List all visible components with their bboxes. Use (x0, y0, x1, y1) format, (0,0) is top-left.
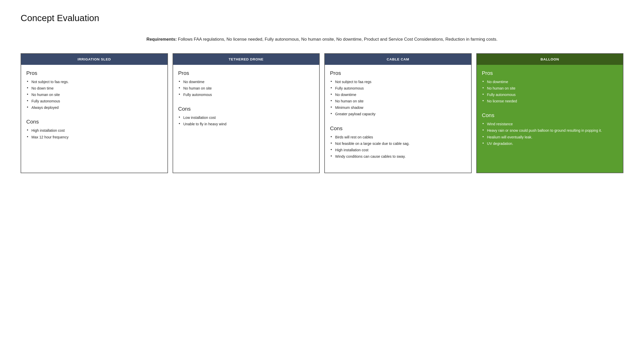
list-item: No downtime (178, 79, 314, 85)
list-item: No human on site (178, 85, 314, 92)
cons-section-balloon: ConsWind resistanceHeavy rain or snow co… (482, 112, 618, 147)
list-item: Birds will rest on cables (330, 134, 466, 140)
cons-section-irrigation-sled: ConsHigh installation costMax 12 hour fr… (26, 119, 162, 140)
pros-title-irrigation-sled: Pros (26, 70, 162, 76)
cons-list-balloon: Wind resistanceHeavy rain or snow could … (482, 121, 618, 147)
list-item: Healium will eventually leak. (482, 134, 618, 140)
card-body-balloon: ProsNo downtimeNo human on siteFully aut… (477, 65, 623, 173)
card-tethered-drone: TETHERED DRONEProsNo downtimeNo human on… (173, 53, 320, 173)
pros-title-cable-cam: Pros (330, 70, 466, 76)
card-balloon: BALLOONProsNo downtimeNo human on siteFu… (476, 53, 624, 173)
cons-title-cable-cam: Cons (330, 125, 466, 131)
card-cable-cam: CABLE CAMProsNot subject to faa regsFull… (324, 53, 472, 173)
card-body-tethered-drone: ProsNo downtimeNo human on siteFully aut… (173, 65, 319, 173)
list-item: Not subject to faa regs. (26, 79, 162, 85)
cons-section-cable-cam: ConsBirds will rest on cablesNot feasibl… (330, 125, 466, 160)
list-item: Wind resistance (482, 121, 618, 127)
card-header-cable-cam: CABLE CAM (325, 54, 471, 65)
cons-title-irrigation-sled: Cons (26, 119, 162, 125)
list-item: Windy conditions can cause cables to swa… (330, 153, 466, 160)
card-header-tethered-drone: TETHERED DRONE (173, 54, 319, 65)
requirements-text: Requirements: Follows FAA regulations, N… (21, 36, 623, 43)
list-item: Not feasible on a large scale due to cab… (330, 140, 466, 147)
pros-title-balloon: Pros (482, 70, 618, 76)
list-item: High installation cost (26, 127, 162, 134)
cons-list-cable-cam: Birds will rest on cablesNot feasible on… (330, 134, 466, 160)
cards-container: IRRIGATION SLEDProsNot subject to faa re… (21, 53, 623, 173)
list-item: UV degradation. (482, 140, 618, 147)
page-title: Concept Evaluation (21, 13, 623, 23)
pros-list-irrigation-sled: Not subject to faa regs.No down timeNo h… (26, 79, 162, 111)
cons-section-tethered-drone: ConsLow installation costUnable to fly i… (178, 106, 314, 127)
list-item: No human on site (26, 92, 162, 98)
pros-list-cable-cam: Not subject to faa regsFully autonomousN… (330, 79, 466, 118)
cons-list-tethered-drone: Low installation costUnable to fly in he… (178, 114, 314, 127)
list-item: High installation cost (330, 147, 466, 153)
list-item: Fully autonomous (330, 85, 466, 92)
card-irrigation-sled: IRRIGATION SLEDProsNot subject to faa re… (21, 53, 168, 173)
card-body-irrigation-sled: ProsNot subject to faa regs.No down time… (21, 65, 167, 173)
list-item: No human on site (330, 98, 466, 104)
list-item: Minimum shadow (330, 104, 466, 111)
list-item: Unable to fly in heavy wind (178, 121, 314, 127)
requirements-label: Requirements: (147, 37, 177, 42)
pros-list-balloon: No downtimeNo human on siteFully autonom… (482, 79, 618, 104)
list-item: No downtime (482, 79, 618, 85)
cons-title-tethered-drone: Cons (178, 106, 314, 112)
list-item: Greater payload capacity (330, 111, 466, 117)
cons-list-irrigation-sled: High installation costMax 12 hour freque… (26, 127, 162, 140)
cons-title-balloon: Cons (482, 112, 618, 118)
list-item: No down time (26, 85, 162, 92)
list-item: Fully autonomous (482, 92, 618, 98)
card-header-irrigation-sled: IRRIGATION SLED (21, 54, 167, 65)
list-item: No downtime (330, 92, 466, 98)
list-item: Heavy rain or snow could push balloon to… (482, 127, 618, 134)
list-item: Not subject to faa regs (330, 79, 466, 85)
list-item: Max 12 hour frequency (26, 134, 162, 140)
list-item: No human on site (482, 85, 618, 92)
pros-title-tethered-drone: Pros (178, 70, 314, 76)
requirements-body: Follows FAA regulations, No license need… (178, 37, 498, 42)
card-body-cable-cam: ProsNot subject to faa regsFully autonom… (325, 65, 471, 173)
list-item: Always deployed (26, 104, 162, 111)
list-item: Fully autonomous (178, 92, 314, 98)
card-header-balloon: BALLOON (477, 54, 623, 65)
list-item: Fully autonomous (26, 98, 162, 104)
list-item: Low installation cost (178, 114, 314, 121)
pros-list-tethered-drone: No downtimeNo human on siteFully autonom… (178, 79, 314, 98)
list-item: No license needed (482, 98, 618, 104)
